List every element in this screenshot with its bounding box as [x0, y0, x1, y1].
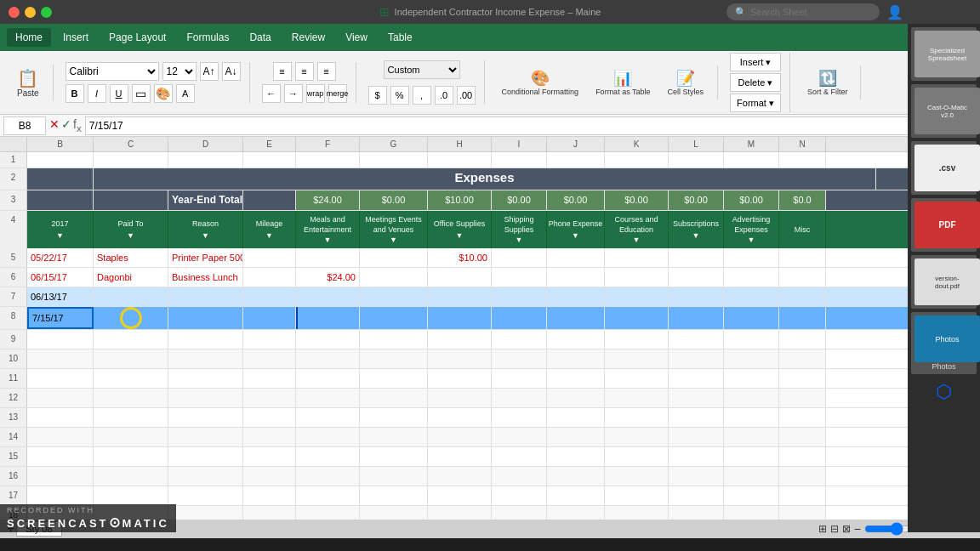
cell-10-b[interactable]: [27, 349, 94, 368]
cell-6-i[interactable]: [492, 268, 547, 287]
cell-6-g[interactable]: [360, 268, 428, 287]
cell-18-f[interactable]: [296, 506, 360, 520]
col-label-advertising[interactable]: Advertising Expenses ▼: [724, 211, 779, 248]
cell-7-l[interactable]: [669, 287, 724, 306]
col-header-i[interactable]: I: [492, 137, 547, 151]
cell-8-e[interactable]: [243, 307, 296, 329]
cell-9-g[interactable]: [360, 330, 428, 349]
cell-9-f[interactable]: [296, 330, 360, 349]
underline-button[interactable]: U: [110, 84, 128, 103]
cell-15-l[interactable]: [669, 447, 724, 466]
account-icon[interactable]: 👤: [886, 4, 903, 20]
minimize-button[interactable]: [25, 7, 36, 18]
cell-13-h[interactable]: [428, 408, 492, 427]
cell-16-l[interactable]: [669, 467, 724, 486]
cell-8-b[interactable]: 7/15/17: [27, 307, 94, 329]
cell-15-c[interactable]: [94, 447, 168, 466]
fill-color-button[interactable]: 🎨: [154, 84, 173, 103]
sidebar-item-version[interactable]: version-dout.pdf: [911, 255, 977, 309]
cell-18-j[interactable]: [547, 506, 605, 520]
cell-12-k[interactable]: [605, 389, 669, 407]
cell-14-j[interactable]: [547, 428, 605, 446]
col-label-office[interactable]: Office Supplies ▼: [428, 211, 492, 248]
formula-input[interactable]: [85, 116, 977, 135]
cell-11-m[interactable]: [724, 369, 779, 388]
cell-11-i[interactable]: [492, 369, 547, 388]
cell-13-g[interactable]: [360, 408, 428, 427]
col-header-j[interactable]: J: [547, 137, 605, 151]
cell-9-e[interactable]: [243, 330, 296, 349]
cell-13-j[interactable]: [547, 408, 605, 427]
function-icon[interactable]: fx: [73, 117, 82, 133]
cell-3-c[interactable]: [94, 190, 168, 210]
cell-6-h[interactable]: [428, 268, 492, 287]
cell-13-i[interactable]: [492, 408, 547, 427]
cell-7-k[interactable]: [605, 287, 669, 306]
cell-1-c[interactable]: [94, 152, 168, 168]
col-label-misc[interactable]: Misc: [779, 211, 826, 248]
cell-5-m[interactable]: [724, 248, 779, 267]
bold-button[interactable]: B: [66, 84, 84, 103]
cell-16-k[interactable]: [605, 467, 669, 486]
col-header-h[interactable]: H: [428, 137, 492, 151]
cell-6-n[interactable]: [779, 268, 826, 287]
col-label-mileage[interactable]: Mileage ▼: [243, 211, 296, 248]
cell-18-d[interactable]: [168, 506, 243, 520]
cell-7-c[interactable]: [94, 287, 168, 306]
total-office[interactable]: $10.00: [428, 190, 492, 210]
window-controls[interactable]: [9, 7, 52, 18]
sidebar-item-cast[interactable]: Cast-O-Maticv2.0: [911, 137, 977, 138]
cell-5-d[interactable]: Printer Paper 500 Sheets: [168, 248, 243, 267]
cell-8-j[interactable]: [547, 307, 605, 329]
decrease-font-button[interactable]: A↓: [222, 62, 241, 81]
view-page-icon[interactable]: ⊠: [842, 523, 851, 535]
cell-14-n[interactable]: [779, 428, 826, 446]
cell-7-f[interactable]: [296, 287, 360, 306]
cell-11-f[interactable]: [296, 369, 360, 388]
cell-13-e[interactable]: [243, 408, 296, 427]
cell-11-c[interactable]: [94, 369, 168, 388]
cell-11-h[interactable]: [428, 369, 492, 388]
menu-item-table[interactable]: Table: [379, 28, 421, 47]
menu-item-data[interactable]: Data: [241, 28, 279, 47]
col-label-shipping[interactable]: Shipping Supplies ▼: [492, 211, 547, 248]
cell-1-m[interactable]: [724, 152, 779, 168]
search-input[interactable]: [750, 7, 869, 17]
cell-14-h[interactable]: [428, 428, 492, 446]
cell-8-d[interactable]: [168, 307, 243, 329]
format-as-table-button[interactable]: 📊 Format as Table: [590, 65, 655, 99]
cell-17-f[interactable]: [296, 486, 360, 505]
cell-10-n[interactable]: [779, 349, 826, 368]
view-layout-icon[interactable]: ⊟: [830, 523, 839, 535]
cell-15-j[interactable]: [547, 447, 605, 466]
dec-inc-button[interactable]: .0: [435, 86, 453, 105]
col-header-e[interactable]: E: [243, 137, 296, 151]
col-label-reason[interactable]: Reason ▼: [168, 211, 243, 248]
cell-16-m[interactable]: [724, 467, 779, 486]
menu-item-view[interactable]: View: [337, 28, 376, 47]
cell-14-m[interactable]: [724, 428, 779, 446]
menu-item-home[interactable]: Home: [7, 28, 51, 47]
col-label-phone[interactable]: Phone Expense ▼: [547, 211, 605, 248]
cell-17-l[interactable]: [669, 486, 724, 505]
cell-7-n[interactable]: [779, 287, 826, 306]
cell-12-h[interactable]: [428, 389, 492, 407]
cell-15-d[interactable]: [168, 447, 243, 466]
menu-item-formulas[interactable]: Formulas: [178, 28, 237, 47]
cell-8-m[interactable]: [724, 307, 779, 329]
cell-8-g[interactable]: [360, 307, 428, 329]
cell-6-m[interactable]: [724, 268, 779, 287]
cell-13-k[interactable]: [605, 408, 669, 427]
cell-3-b[interactable]: [27, 190, 94, 210]
cell-1-f[interactable]: [296, 152, 360, 168]
cell-5-c[interactable]: Staples: [94, 248, 168, 267]
view-normal-icon[interactable]: ⊞: [818, 523, 827, 535]
cell-13-n[interactable]: [779, 408, 826, 427]
cell-13-d[interactable]: [168, 408, 243, 427]
cell-15-h[interactable]: [428, 447, 492, 466]
cell-12-b[interactable]: [27, 389, 94, 407]
cell-6-b[interactable]: 06/15/17: [27, 268, 94, 287]
col-label-courses[interactable]: Courses and Education ▼: [605, 211, 669, 248]
menu-item-insert[interactable]: Insert: [54, 28, 97, 47]
cell-10-f[interactable]: [296, 349, 360, 368]
